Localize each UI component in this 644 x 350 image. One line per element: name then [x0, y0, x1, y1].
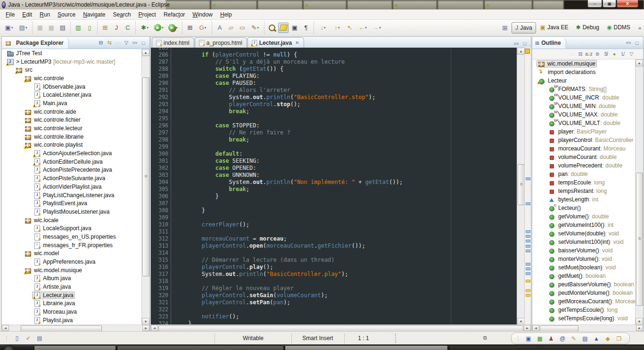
- show-whitespace-icon[interactable]: ¶: [301, 23, 311, 33]
- cvs-repository-icon[interactable]: ♟: [546, 334, 556, 343]
- editor-tab-a_propos-html[interactable]: <>a_propos.html: [195, 37, 247, 48]
- perspective-java[interactable]: JJava: [512, 22, 536, 33]
- perspective-java-ee[interactable]: ▣Java EE: [537, 22, 572, 33]
- maximize-view-icon[interactable]: □: [633, 39, 641, 47]
- back-icon[interactable]: ←▾: [356, 23, 369, 33]
- trim-drag-handle[interactable]: [395, 333, 396, 343]
- run-external-tools-icon[interactable]: ▶▾: [166, 23, 180, 33]
- database-icon[interactable]: ◆: [603, 334, 612, 343]
- hide-non-public-icon[interactable]: ●: [610, 50, 619, 58]
- outline-vscrollbar[interactable]: ▲ ▼: [635, 59, 643, 325]
- new-wizard-shortcut-icon[interactable]: ▯: [12, 334, 22, 342]
- tree-item[interactable]: JArtiste.java: [2, 283, 142, 291]
- menu-refactor[interactable]: Refactor: [160, 10, 189, 19]
- new-java-project-icon[interactable]: ▤▾: [17, 23, 30, 33]
- dropdown-arrow-icon[interactable]: ▾: [25, 26, 27, 30]
- android-virtual-device-manager-icon[interactable]: ▯: [84, 23, 95, 33]
- tree-item[interactable]: JLibrairie.java: [2, 300, 142, 308]
- menu-run[interactable]: Run: [36, 10, 54, 19]
- snippets-icon[interactable]: ❒: [614, 334, 624, 343]
- dropdown-arrow-icon[interactable]: ▾: [11, 26, 13, 30]
- tree-item[interactable]: JActionAjouterSelection.java: [2, 149, 142, 158]
- occurrence-marker[interactable]: [526, 177, 530, 180]
- warning-marker[interactable]: [526, 294, 530, 297]
- dropdown-arrow-icon[interactable]: ▾: [176, 26, 178, 30]
- previous-annotation-icon[interactable]: ↑▾: [330, 23, 344, 33]
- toggle-mark-occurrences-icon[interactable]: [278, 23, 289, 33]
- menu-file[interactable]: File: [2, 10, 18, 19]
- tree-item[interactable]: JLecteur.java: [2, 291, 142, 300]
- outline-item[interactable]: getTempsEcoule() : long: [533, 306, 636, 314]
- next-annotation-icon[interactable]: ↓▾: [316, 23, 330, 33]
- tree-item[interactable]: wic.controle.playlist: [2, 141, 142, 150]
- start-orb-icon[interactable]: [3, 345, 15, 350]
- restore-trim-icon[interactable]: ⧉: [481, 334, 489, 342]
- outline-item[interactable]: Lecteur: [533, 76, 636, 85]
- open-folder-icon[interactable]: ▭: [237, 23, 248, 33]
- outline-item[interactable]: setVolumeInt100(int) : void: [533, 238, 636, 246]
- tree-item[interactable]: JPlaylistMouseListener.java: [2, 208, 142, 216]
- dropdown-arrow-icon[interactable]: ▾: [365, 26, 367, 30]
- occurrence-marker[interactable]: [526, 240, 530, 242]
- tree-item[interactable]: wic.locale: [2, 216, 142, 225]
- outline-item[interactable]: wic.model.musique: [533, 59, 636, 68]
- outline-item[interactable]: SFVOLUME_MULT : double: [533, 119, 636, 127]
- outline-item[interactable]: getMorceauCourant() : Morceau: [533, 297, 636, 306]
- android-sdk-manager-icon[interactable]: ▥: [73, 23, 83, 33]
- outline-shortcut-icon[interactable]: ▤: [35, 334, 44, 342]
- perspective-ddms[interactable]: ◉DDMS: [603, 22, 634, 33]
- outline-item[interactable]: monterVolume() : void: [533, 255, 636, 263]
- tree-item[interactable]: JIObservable.java: [2, 83, 142, 91]
- dropdown-arrow-icon[interactable]: ▾: [162, 26, 164, 30]
- collapse-all-icon[interactable]: ⊟: [97, 39, 105, 47]
- occurrence-marker[interactable]: [526, 235, 530, 238]
- toolbar-overflow-chevron[interactable]: »: [638, 25, 641, 31]
- maximize-editor-icon[interactable]: □: [520, 39, 529, 48]
- new-web-wizard-icon[interactable]: G▾: [196, 23, 209, 33]
- overview-ruler[interactable]: [524, 48, 531, 325]
- outline-item[interactable]: tempsEcoule : long: [533, 178, 636, 187]
- dropdown-arrow-icon[interactable]: ▾: [147, 26, 149, 30]
- link-with-editor-icon[interactable]: ⇆: [105, 39, 114, 47]
- outline-item[interactable]: morceauCourant : Morceau: [533, 144, 636, 153]
- show-selected-element-icon[interactable]: ▣: [289, 23, 300, 33]
- dropdown-arrow-icon[interactable]: ▾: [324, 26, 326, 30]
- editor-tab-Lecteur-java[interactable]: JLecteur.java✕: [248, 37, 304, 48]
- ant-build-icon[interactable]: ▲: [592, 334, 601, 343]
- tree-item[interactable]: JLocaleListener.java: [2, 91, 142, 99]
- menu-navigate[interactable]: Navigate: [79, 10, 109, 19]
- tree-item[interactable]: ≡messages_en_US.properties: [2, 233, 142, 241]
- taskbar-window-button[interactable]: [285, 345, 448, 350]
- hide-local-types-icon[interactable]: L̸: [619, 50, 627, 58]
- menu-window[interactable]: Window: [189, 10, 216, 19]
- outline-item[interactable]: baisserVolume() : void: [533, 246, 636, 255]
- console-icon[interactable]: ▣: [524, 334, 533, 343]
- print-icon[interactable]: ▤: [58, 23, 68, 33]
- outline-item[interactable]: volumePrecedent : double: [533, 161, 636, 170]
- menu-source[interactable]: Source: [54, 10, 79, 19]
- outline-item[interactable]: SFVOLUME_MAX : double: [533, 110, 636, 119]
- minimize-button[interactable]: –: [587, 0, 602, 8]
- dropdown-arrow-icon[interactable]: ▾: [205, 26, 206, 30]
- outline-item[interactable]: peutMonterVolume() : boolean: [533, 289, 636, 297]
- windows-taskbar[interactable]: [0, 344, 644, 350]
- new-java-package-icon[interactable]: ⊞: [100, 23, 110, 33]
- theme-brush-icon[interactable]: ✎: [569, 334, 578, 343]
- junit-test-icon[interactable]: J: [111, 23, 122, 33]
- outline-item[interactable]: bytesLength : int: [533, 195, 636, 204]
- save-all-icon[interactable]: ▩: [46, 23, 57, 33]
- menu-help[interactable]: Help: [216, 10, 236, 19]
- tree-item[interactable]: JLocaleSupport.java: [2, 224, 142, 233]
- mylyn-tasks-icon[interactable]: @: [558, 334, 567, 343]
- tree-item[interactable]: JTree Test: [2, 49, 142, 58]
- tree-item[interactable]: wic.controle: [2, 74, 142, 83]
- outline-item[interactable]: peutBaisserVolume() : boolean: [533, 280, 636, 289]
- menu-search[interactable]: Search: [109, 10, 135, 19]
- coverage-icon[interactable]: ⊞: [185, 23, 195, 33]
- outline-item[interactable]: SFVOLUME_INCR : double: [533, 93, 636, 102]
- tree-item[interactable]: JActionPisteSuivante.java: [2, 174, 142, 183]
- outline-item[interactable]: setMuet(boolean) : void: [533, 263, 636, 272]
- search-icon[interactable]: [267, 23, 277, 33]
- minimize-view-icon[interactable]: ▭: [624, 39, 633, 47]
- view-menu-icon[interactable]: ▽: [122, 39, 131, 47]
